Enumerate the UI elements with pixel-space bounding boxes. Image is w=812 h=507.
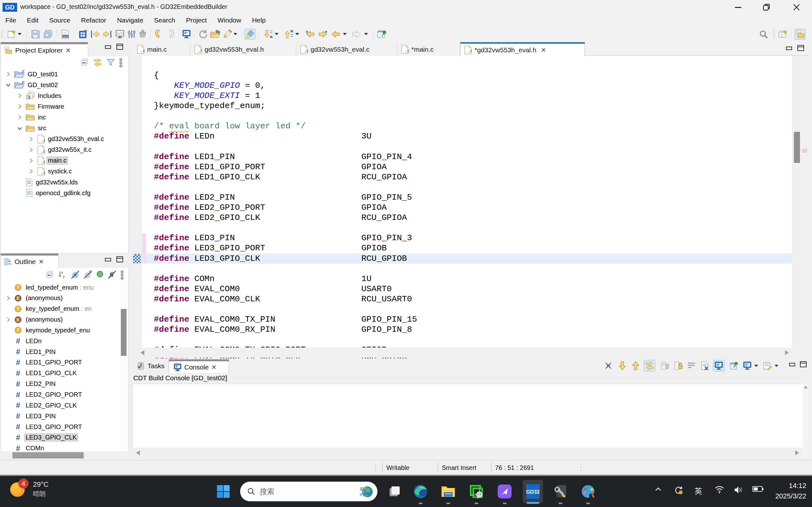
tab-tasks[interactable]: Tasks bbox=[132, 359, 169, 373]
up-list-icon[interactable] bbox=[283, 29, 294, 40]
chevron-right-icon[interactable] bbox=[6, 317, 11, 322]
lock-console-icon[interactable] bbox=[672, 360, 684, 372]
search-box[interactable]: 搜索 bbox=[240, 482, 377, 501]
editor-tab-gd32vw553h_eval.c[interactable]: .cgd32vw553h_eval.c bbox=[297, 43, 397, 56]
taskbar-task-view[interactable] bbox=[386, 484, 402, 499]
restore-button[interactable] bbox=[756, 0, 778, 14]
outline-item-key_typedef_enum[interactable]: Tkey_typedef_enum : en bbox=[1, 303, 93, 314]
hide-r-icon[interactable]: R bbox=[71, 270, 80, 280]
outline-item-LED1_PIN[interactable]: #LED1_PIN bbox=[1, 346, 57, 357]
search-icon[interactable] bbox=[758, 29, 769, 40]
menu-window[interactable]: Window bbox=[212, 16, 247, 24]
tree-item-gd32vw55x_it.c[interactable]: .cgd32vw55x_it.c bbox=[1, 145, 93, 155]
tray-volume[interactable] bbox=[733, 486, 744, 494]
outline-vertical-scrollbar[interactable] bbox=[120, 282, 127, 450]
menu-edit[interactable]: Edit bbox=[21, 16, 44, 24]
tree-item-Includes[interactable]: hIncludes bbox=[1, 90, 63, 101]
hide-hash-icon[interactable]: # bbox=[107, 270, 116, 280]
save-all-icon[interactable] bbox=[43, 29, 54, 40]
menu-project[interactable]: Project bbox=[181, 16, 212, 24]
outline-item-(anonymous)[interactable]: E(anonymous) bbox=[1, 293, 64, 303]
minimize-view-button[interactable] bbox=[105, 257, 112, 262]
binary-icon[interactable]: 010 bbox=[60, 29, 71, 40]
folder-open-icon[interactable] bbox=[210, 29, 220, 40]
chevron-down-icon[interactable] bbox=[17, 126, 22, 131]
outline-item-LED3_GPIO_PORT[interactable]: #LED3_GPIO_PORT bbox=[1, 421, 84, 432]
tree-item-gd32vw55x.lds[interactable]: gd32vw55x.lds bbox=[1, 177, 79, 187]
outline-item-LED2_PIN[interactable]: #LED2_PIN bbox=[1, 379, 57, 389]
chevron-right-icon[interactable] bbox=[29, 136, 34, 142]
dropdown-arrow-icon[interactable] bbox=[18, 33, 21, 35]
maximize-panel-button[interactable] bbox=[800, 361, 807, 368]
filter-icon[interactable] bbox=[106, 58, 115, 67]
console-view-icon[interactable] bbox=[181, 29, 192, 40]
menu-source[interactable]: Source bbox=[44, 16, 76, 24]
perspective-explorer-icon[interactable] bbox=[795, 29, 805, 40]
tree-item-openocd_gdlink.cfg[interactable]: openocd_gdlink.cfg bbox=[1, 187, 92, 199]
collapse-all-icon[interactable] bbox=[80, 58, 89, 67]
outline-item-LED1_GPIO_CLK[interactable]: #LED1_GPIO_CLK bbox=[1, 368, 78, 379]
dropdown-arrow-icon[interactable] bbox=[774, 365, 778, 367]
menu-navigate[interactable]: Navigate bbox=[112, 16, 149, 24]
outline-item-LED1_GPIO_PORT[interactable]: #LED1_GPIO_PORT bbox=[1, 357, 84, 368]
editor-vertical-scrollbar[interactable] bbox=[792, 56, 801, 348]
outline-item-LED3_PIN[interactable]: #LED3_PIN bbox=[1, 411, 57, 421]
editor-tab-gd32vw553h_eval.h[interactable]: .h*gd32vw553h_eval.h✕ bbox=[460, 42, 585, 56]
redo-icon[interactable] bbox=[165, 29, 176, 40]
editor-tab-main.c[interactable]: .cmain.c bbox=[133, 43, 190, 56]
close-console-icon[interactable]: ✕ bbox=[211, 363, 217, 371]
pin-editor-icon[interactable] bbox=[376, 29, 387, 40]
hide-s-icon[interactable]: S bbox=[84, 270, 92, 280]
gray-x-icon[interactable] bbox=[603, 360, 614, 372]
chevron-right-icon[interactable] bbox=[6, 296, 11, 301]
refresh-icon[interactable] bbox=[198, 29, 208, 40]
code-editor[interactable]: { KEY_MODE_GPIO = 0, KEY_MODE_EXTI = 1 }… bbox=[132, 56, 808, 348]
highlighter-icon[interactable] bbox=[245, 29, 255, 40]
taskbar-gd32-embedded-builder[interactable]: GD32 bbox=[525, 484, 541, 499]
maximize-view-button[interactable] bbox=[116, 256, 124, 263]
close-tab-icon[interactable]: ✕ bbox=[541, 46, 546, 54]
dropdown-arrow-icon[interactable] bbox=[343, 33, 347, 35]
pin-console2-icon[interactable] bbox=[659, 360, 670, 372]
tray-clock[interactable]: 14:122025/3/22 bbox=[775, 481, 806, 501]
outline-item-COMn[interactable]: #COMn bbox=[1, 443, 46, 451]
undo-icon[interactable] bbox=[153, 29, 164, 40]
chevron-right-icon[interactable] bbox=[29, 169, 34, 174]
minimize-view-button[interactable] bbox=[105, 45, 112, 49]
editor-horizontal-scrollbar[interactable] bbox=[132, 348, 808, 358]
taskbar-tools-app[interactable] bbox=[553, 484, 568, 499]
green-dot-icon[interactable] bbox=[96, 270, 104, 280]
minimize-button[interactable] bbox=[727, 0, 749, 14]
tray-ime[interactable]: 英 bbox=[695, 486, 702, 496]
minimize-editor-button[interactable] bbox=[786, 46, 793, 50]
sort-az-icon[interactable]: az bbox=[58, 270, 67, 280]
arrows-lr-icon[interactable] bbox=[644, 360, 655, 372]
weather-widget[interactable]: 4 29°C 晴朗 bbox=[9, 478, 49, 499]
tree-item-main.c[interactable]: .cmain.c bbox=[1, 155, 68, 166]
pin-green-icon[interactable] bbox=[728, 360, 740, 372]
close-view-icon[interactable]: ✕ bbox=[39, 258, 44, 266]
console-vertical-scrollbar[interactable] bbox=[803, 384, 808, 458]
skip-left-icon[interactable] bbox=[90, 29, 101, 40]
chevron-right-icon[interactable] bbox=[29, 158, 34, 163]
chevron-right-icon[interactable] bbox=[29, 147, 34, 153]
chevron-right-icon[interactable] bbox=[17, 93, 22, 98]
outline-item-LED3_GPIO_CLK[interactable]: #LED3_GPIO_CLK bbox=[1, 432, 78, 443]
outline-item-LEDn[interactable]: #LEDn bbox=[1, 336, 43, 346]
tray-expand[interactable] bbox=[654, 486, 662, 494]
dropdown-arrow-icon[interactable] bbox=[364, 33, 368, 35]
broom-icon[interactable] bbox=[137, 29, 148, 40]
tree-item-gd32vw553h_eval.c[interactable]: .cgd32vw553h_eval.c bbox=[1, 134, 106, 145]
outline-item-LED2_GPIO_PORT[interactable]: #LED2_GPIO_PORT bbox=[1, 389, 84, 400]
menu-help[interactable]: Help bbox=[247, 16, 271, 24]
arrow-left-icon[interactable] bbox=[330, 29, 341, 40]
menu-search[interactable]: Search bbox=[149, 16, 181, 24]
tree-item-src[interactable]: src bbox=[1, 123, 48, 134]
dropdown-arrow-icon[interactable] bbox=[234, 33, 237, 35]
chevron-right-icon[interactable] bbox=[6, 72, 11, 77]
menu-dots-icon[interactable] bbox=[119, 58, 123, 67]
console-horizontal-scrollbar[interactable] bbox=[132, 447, 803, 458]
dropdown-arrow-icon[interactable] bbox=[295, 33, 299, 35]
outline-item-led_typedef_enum[interactable]: Tled_typedef_enum : enu bbox=[1, 282, 96, 293]
clear-doc-icon[interactable] bbox=[699, 360, 711, 372]
